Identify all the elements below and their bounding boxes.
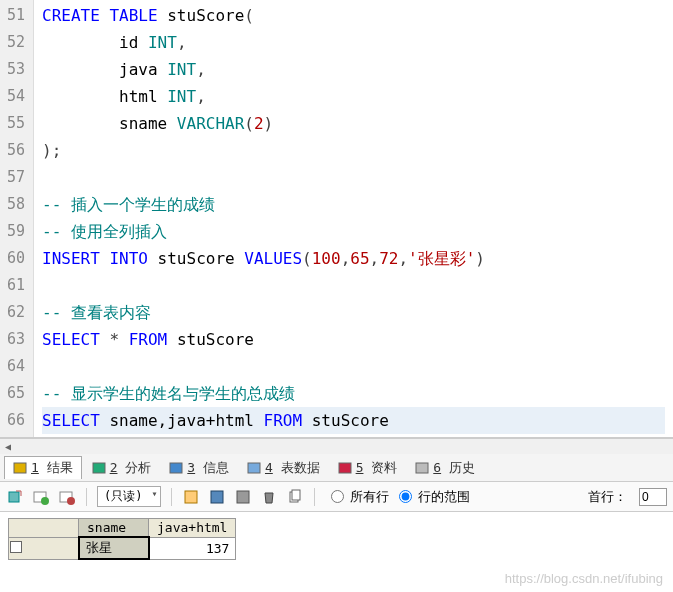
tab-icon [92, 461, 106, 475]
column-header[interactable]: java+html [149, 519, 236, 538]
line-gutter: 51525354555657585960616263646566 [0, 0, 34, 437]
radio-all-label: 所有行 [350, 488, 389, 506]
svg-rect-0 [14, 463, 26, 473]
tab-分析[interactable]: 2 分析 [84, 457, 160, 479]
results-toolbar: (只读) 所有行 行的范围 首行： [0, 482, 673, 512]
copy-icon[interactable] [286, 488, 304, 506]
svg-rect-12 [211, 491, 223, 503]
tab-icon [247, 461, 261, 475]
firstrow-input[interactable] [639, 488, 667, 506]
svg-rect-13 [237, 491, 249, 503]
tab-icon [415, 461, 429, 475]
cell-sname[interactable]: 张星 [79, 537, 149, 559]
rows-radio-group: 所有行 行的范围 [325, 488, 470, 506]
trash-icon[interactable] [260, 488, 278, 506]
export-icon[interactable] [6, 488, 24, 506]
svg-point-8 [41, 497, 49, 505]
svg-rect-3 [248, 463, 260, 473]
code-content[interactable]: CREATE TABLE stuScore( id INT, java INT,… [34, 0, 673, 437]
radio-range-label: 行的范围 [418, 488, 470, 506]
tab-历史[interactable]: 6 历史 [407, 457, 483, 479]
radio-row-range[interactable] [399, 490, 412, 503]
svg-rect-1 [93, 463, 105, 473]
tab-资料[interactable]: 5 资料 [330, 457, 406, 479]
horizontal-scrollbar[interactable]: ◀ [0, 438, 673, 454]
tab-icon [13, 461, 27, 475]
code-editor[interactable]: 51525354555657585960616263646566 CREATE … [0, 0, 673, 438]
cancel-icon[interactable] [234, 488, 252, 506]
radio-all-rows[interactable] [331, 490, 344, 503]
tab-表数据[interactable]: 4 表数据 [239, 457, 328, 479]
column-header[interactable]: sname [79, 519, 149, 538]
tab-结果[interactable]: 1 结果 [4, 456, 82, 479]
tab-icon [338, 461, 352, 475]
edit-icon[interactable] [182, 488, 200, 506]
tab-信息[interactable]: 3 信息 [161, 457, 237, 479]
svg-rect-5 [416, 463, 428, 473]
watermark: https://blog.csdn.net/ifubing [505, 571, 663, 586]
save-icon[interactable] [208, 488, 226, 506]
svg-point-10 [67, 497, 75, 505]
grid-add-icon[interactable] [32, 488, 50, 506]
firstrow-label: 首行： [588, 488, 627, 506]
table-row: 张星 137 [9, 537, 236, 559]
readonly-dropdown[interactable]: (只读) [97, 486, 161, 507]
cell-sum[interactable]: 137 [149, 537, 236, 559]
row-selector[interactable] [9, 537, 79, 559]
result-table[interactable]: sname java+html 张星 137 [8, 518, 236, 560]
svg-rect-15 [292, 490, 300, 500]
svg-rect-4 [339, 463, 351, 473]
result-grid: sname java+html 张星 137 [0, 512, 673, 566]
tab-icon [169, 461, 183, 475]
svg-rect-2 [170, 463, 182, 473]
scroll-left-icon[interactable]: ◀ [0, 439, 16, 455]
svg-rect-11 [185, 491, 197, 503]
results-tab-bar: 1 结果2 分析3 信息4 表数据5 资料6 历史 [0, 454, 673, 482]
svg-rect-6 [9, 492, 19, 502]
grid-del-icon[interactable] [58, 488, 76, 506]
row-header-corner [9, 519, 79, 538]
